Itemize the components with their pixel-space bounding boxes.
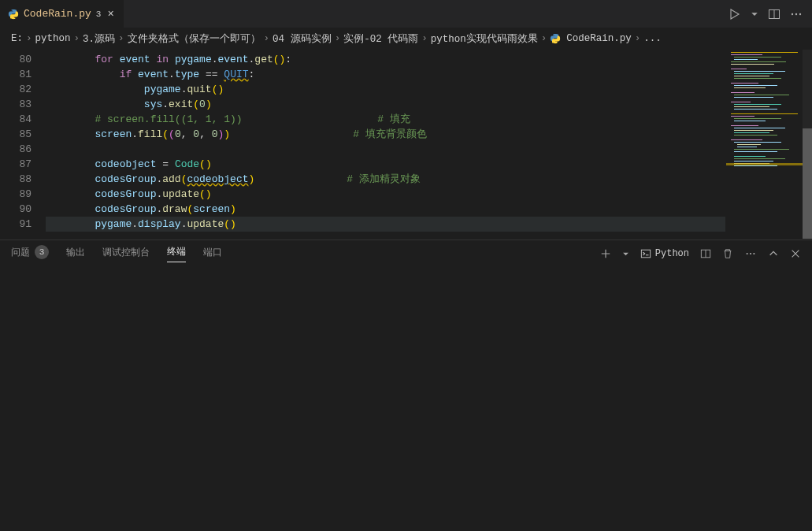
line-number: 81: [0, 67, 46, 82]
code-line: sys.exit(0): [46, 97, 725, 112]
tab-close-button[interactable]: ×: [106, 8, 115, 20]
line-number: 88: [0, 172, 46, 187]
line-number: 91: [0, 217, 46, 232]
terminal-icon: [640, 248, 651, 259]
minimap[interactable]: [725, 50, 812, 240]
svg-point-8: [747, 253, 748, 254]
line-number: 82: [0, 82, 46, 97]
svg-point-4: [799, 13, 801, 14]
line-number: 83: [0, 97, 46, 112]
trash-icon[interactable]: [722, 248, 733, 259]
new-terminal-icon[interactable]: [600, 248, 611, 259]
line-number: 84: [0, 112, 46, 127]
editor-actions: [729, 8, 812, 20]
panel-tab-output[interactable]: 输出: [66, 246, 85, 262]
tab-modified-badge: 3: [96, 9, 102, 19]
chevron-right-icon: ›: [421, 33, 428, 44]
panel-tab-ports[interactable]: 端口: [203, 246, 222, 262]
chevron-down-icon[interactable]: [622, 251, 629, 258]
line-number: 90: [0, 202, 46, 217]
more-actions-icon[interactable]: [790, 8, 803, 20]
bc-tail[interactable]: ...: [643, 33, 662, 44]
line-number: 80: [0, 52, 46, 67]
python-file-icon: [8, 9, 19, 20]
editor: 80 81 82 83 84 85 86 87 88 89 90 91 for …: [0, 50, 812, 240]
tab-bar: CodeRain.py 3 ×: [0, 0, 812, 28]
python-file-icon: [550, 33, 561, 44]
bc-item[interactable]: python: [35, 33, 71, 44]
code-line: [46, 142, 725, 157]
line-gutter: 80 81 82 83 84 85 86 87 88 89 90 91: [0, 50, 46, 240]
panel-tabs: 问题3 输出 调试控制台 终端 端口 Python: [0, 240, 812, 267]
chevron-down-icon[interactable]: [751, 10, 758, 18]
code-line: pygame.display.update(): [46, 217, 725, 232]
tabs: CodeRain.py 3 ×: [0, 0, 124, 28]
split-terminal-icon[interactable]: [700, 248, 711, 259]
chevron-right-icon: ›: [635, 33, 641, 44]
svg-point-9: [750, 253, 751, 254]
chevron-right-icon: ›: [118, 33, 124, 44]
bc-item[interactable]: 3.源码: [83, 32, 115, 46]
panel: 问题3 输出 调试控制台 终端 端口 Python: [0, 240, 812, 531]
code-line: for event in pygame.event.get():: [46, 52, 725, 67]
run-icon[interactable]: [729, 8, 741, 20]
code-line: if event.type == QUIT:: [46, 67, 725, 82]
breadcrumb: E:› python› 3.源码› 文件夹格式（保存一个即可）› 04 源码实例…: [0, 28, 812, 50]
chevron-right-icon: ›: [264, 33, 270, 44]
bc-item[interactable]: 04 源码实例: [273, 32, 332, 46]
code-line: codesGroup.add(codeobject) # 添加精灵对象: [46, 172, 725, 187]
code-line: codesGroup.draw(screen): [46, 202, 725, 217]
svg-point-2: [792, 13, 793, 14]
code-line: # screen.fill((1, 1, 1)) # 填充: [46, 112, 725, 127]
panel-tab-debug[interactable]: 调试控制台: [102, 246, 150, 262]
chevron-right-icon: ›: [335, 33, 341, 44]
svg-point-3: [795, 13, 797, 14]
line-number: 87: [0, 157, 46, 172]
line-number: 86: [0, 142, 46, 157]
line-number: 89: [0, 187, 46, 202]
code-line: codeobject = Code(): [46, 157, 725, 172]
problems-count-badge: 3: [35, 245, 49, 259]
chevron-right-icon: ›: [541, 33, 547, 44]
close-panel-icon[interactable]: [790, 248, 801, 259]
code-line: screen.fill((0, 0, 0)) # 填充背景颜色: [46, 127, 725, 142]
bc-item[interactable]: python实现代码雨效果: [431, 32, 538, 46]
chevron-up-icon[interactable]: [768, 248, 779, 259]
terminal-body[interactable]: [0, 267, 812, 531]
more-icon[interactable]: [744, 248, 757, 259]
tab-coderain[interactable]: CodeRain.py 3 ×: [0, 0, 124, 28]
split-editor-icon[interactable]: [768, 8, 780, 20]
scrollbar-thumb[interactable]: [803, 128, 812, 239]
line-number: 85: [0, 127, 46, 142]
code-line: codesGroup.update(): [46, 187, 725, 202]
panel-actions: Python: [600, 248, 801, 259]
bc-file[interactable]: CodeRain.py: [566, 33, 632, 44]
bc-item[interactable]: E:: [11, 33, 23, 44]
bc-item[interactable]: 实例-02 代码雨: [343, 32, 418, 46]
svg-rect-5: [641, 250, 650, 258]
chevron-right-icon: ›: [74, 33, 80, 44]
panel-tab-terminal[interactable]: 终端: [167, 245, 186, 262]
code-area[interactable]: for event in pygame.event.get(): if even…: [46, 50, 725, 240]
chevron-right-icon: ›: [26, 33, 32, 44]
svg-point-10: [753, 253, 755, 254]
tab-filename: CodeRain.py: [24, 8, 91, 20]
bc-item[interactable]: 文件夹格式（保存一个即可）: [128, 32, 261, 46]
code-line: pygame.quit(): [46, 82, 725, 97]
panel-tab-problems[interactable]: 问题3: [11, 245, 49, 262]
terminal-kind[interactable]: Python: [640, 248, 689, 259]
